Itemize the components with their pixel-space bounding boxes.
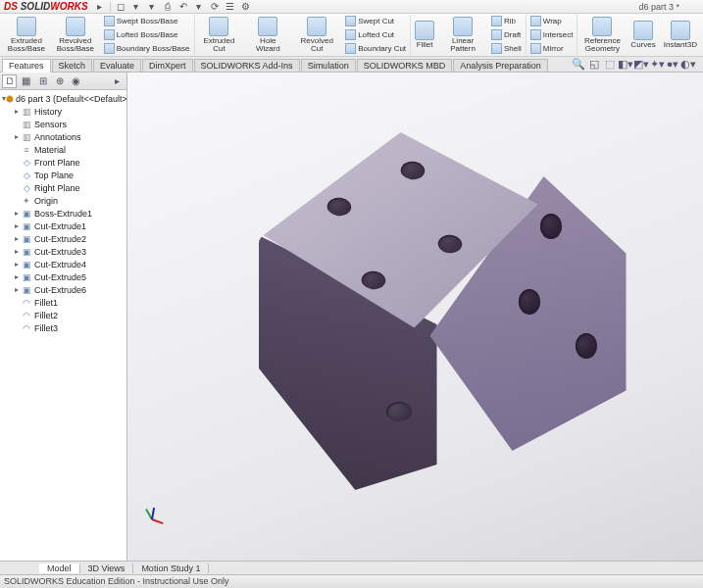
tab-simulation[interactable]: Simulation	[301, 59, 356, 72]
panel-more-icon[interactable]: ▸	[110, 74, 125, 88]
titlebar: DS SOLIDWORKS ▸ ◻ ▾ ▾ ⎙ ↶ ▾ ⟳ ☰ ⚙ d6 par…	[0, 0, 703, 14]
dice-model[interactable]	[210, 113, 622, 505]
config-manager-tab-icon[interactable]: ⊞	[35, 74, 50, 88]
property-manager-tab-icon[interactable]: ▦	[19, 74, 33, 88]
intersect-button[interactable]: Intersect	[528, 29, 576, 40]
scene-icon[interactable]: ✦▾	[650, 57, 664, 71]
tree-item[interactable]: ▸▥History	[0, 105, 126, 118]
zoom-fit-icon[interactable]: 🔍	[572, 57, 585, 71]
tab-sketch[interactable]: Sketch	[52, 59, 93, 72]
tree-item[interactable]: ▸▥Annotations	[0, 130, 126, 143]
shell-button[interactable]: Shell	[489, 43, 524, 54]
lofted-boss-button[interactable]: Lofted Boss/Base	[102, 29, 192, 40]
zoom-area-icon[interactable]: ◱	[587, 57, 601, 71]
tree-item[interactable]: ▸▣Cut-Extrude6	[0, 283, 126, 296]
tree-item[interactable]: ◇Front Plane	[0, 156, 126, 169]
rib-button[interactable]: Rib	[489, 16, 524, 26]
status-text: SOLIDWORKS Education Edition - Instructi…	[4, 576, 229, 586]
tree-item[interactable]: ◇Top Plane	[0, 169, 126, 181]
tab-features[interactable]: Features	[2, 59, 51, 73]
tree-item[interactable]: ▸▣Boss-Extrude1	[0, 207, 126, 220]
tree-item[interactable]: ◠Fillet2	[0, 309, 126, 321]
orientation-triad[interactable]	[139, 508, 163, 531]
tab-solidworks-add-ins[interactable]: SOLIDWORKS Add-Ins	[194, 59, 300, 72]
hole-wizard-button[interactable]: Hole Wizard	[243, 15, 292, 55]
tree-item[interactable]: ▸▣Cut-Extrude5	[0, 270, 126, 283]
new-icon[interactable]: ◻	[114, 1, 127, 13]
render-icon[interactable]: ◐▾	[681, 57, 695, 71]
3dviews-tab[interactable]: 3D Views	[80, 564, 134, 573]
dimxpert-tab-icon[interactable]: ⊕	[52, 74, 67, 88]
menu-dropdown-icon[interactable]: ▸	[93, 1, 107, 13]
ribbon: Extruded Boss/Base Revolved Boss/Base Sw…	[0, 14, 703, 57]
feature-tree: ▾⬢d6 part 3 (Default<<Default>_Display ▸…	[0, 90, 126, 561]
display-style-icon[interactable]: ◧▾	[619, 57, 632, 71]
tree-item[interactable]: ◠Fillet3	[0, 321, 126, 334]
reference-geometry-button[interactable]: Reference Geometry	[577, 15, 627, 55]
display-manager-tab-icon[interactable]: ◉	[69, 74, 83, 88]
view-orient-icon[interactable]: ⬚	[603, 57, 617, 71]
revolved-cut-button[interactable]: Revolved Cut	[292, 15, 341, 55]
swept-boss-button[interactable]: Swept Boss/Base	[102, 16, 192, 26]
graphics-viewport[interactable]	[127, 73, 703, 561]
revolved-boss-button[interactable]: Revolved Boss/Base	[51, 15, 100, 55]
tree-item[interactable]: ▸▣Cut-Extrude3	[0, 245, 126, 258]
curves-button[interactable]: Curves	[627, 15, 659, 55]
tab-analysis-preparation[interactable]: Analysis Preparation	[453, 59, 548, 72]
model-tab[interactable]: Model	[39, 564, 80, 573]
save-icon[interactable]: ▾	[145, 1, 159, 13]
appearance-icon[interactable]: ●▾	[666, 57, 679, 71]
draft-button[interactable]: Draft	[489, 29, 524, 40]
tree-item[interactable]: ▸▣Cut-Extrude4	[0, 258, 126, 270]
options-icon[interactable]: ☰	[224, 1, 237, 13]
document-title: d6 part 3 *	[638, 2, 679, 12]
settings-icon[interactable]: ⚙	[239, 1, 253, 13]
extruded-cut-button[interactable]: Extruded Cut	[195, 15, 244, 55]
mirror-button[interactable]: Mirror	[528, 43, 576, 54]
tree-root[interactable]: ▾⬢d6 part 3 (Default<<Default>_Display	[0, 92, 126, 105]
open-icon[interactable]: ▾	[129, 1, 143, 13]
boundary-cut-button[interactable]: Boundary Cut	[343, 43, 408, 54]
instant3d-button[interactable]: Instant3D	[660, 15, 701, 55]
status-bar: SOLIDWORKS Education Edition - Instructi…	[0, 574, 703, 588]
command-tabs: FeaturesSketchEvaluateDimXpertSOLIDWORKS…	[0, 57, 703, 73]
motion-study-tab[interactable]: Motion Study 1	[133, 564, 209, 573]
tree-item[interactable]: ▥Sensors	[0, 118, 126, 130]
tab-solidworks-mbd[interactable]: SOLIDWORKS MBD	[357, 59, 453, 72]
rebuild-icon[interactable]: ⟳	[208, 1, 222, 13]
undo-icon[interactable]: ↶	[176, 1, 190, 13]
panel-tabs: 🗋 ▦ ⊞ ⊕ ◉ ▸	[0, 73, 126, 90]
tab-evaluate[interactable]: Evaluate	[93, 59, 141, 72]
feature-tree-tab-icon[interactable]: 🗋	[2, 74, 17, 88]
tree-item[interactable]: ≡Material	[0, 143, 126, 156]
extruded-boss-button[interactable]: Extruded Boss/Base	[2, 15, 51, 55]
tab-dimxpert[interactable]: DimXpert	[142, 59, 193, 72]
lofted-cut-button[interactable]: Lofted Cut	[343, 29, 408, 40]
fillet-button[interactable]: Fillet	[411, 15, 438, 55]
select-icon[interactable]: ▾	[192, 1, 206, 13]
bottom-tabs: Model 3D Views Motion Study 1	[0, 561, 703, 574]
tree-item[interactable]: ▸▣Cut-Extrude1	[0, 220, 126, 232]
print-icon[interactable]: ⎙	[161, 1, 175, 13]
tree-item[interactable]: ◠Fillet1	[0, 296, 126, 309]
linear-pattern-button[interactable]: Linear Pattern	[438, 15, 487, 55]
swept-cut-button[interactable]: Swept Cut	[343, 16, 408, 26]
tree-item[interactable]: ▸▣Cut-Extrude2	[0, 232, 126, 245]
app-logo: DS SOLIDWORKS	[4, 1, 88, 12]
wrap-button[interactable]: Wrap	[528, 16, 576, 26]
tree-item[interactable]: ✦Origin	[0, 194, 126, 207]
tree-item[interactable]: ◇Right Plane	[0, 181, 126, 194]
section-view-icon[interactable]: ◩▾	[634, 57, 648, 71]
view-toolbar: 🔍 ◱ ⬚ ◧▾ ◩▾ ✦▾ ●▾ ◐▾	[572, 57, 695, 71]
feature-manager-panel: 🗋 ▦ ⊞ ⊕ ◉ ▸ ▾⬢d6 part 3 (Default<<Defaul…	[0, 73, 127, 561]
boundary-boss-button[interactable]: Boundary Boss/Base	[102, 43, 192, 54]
